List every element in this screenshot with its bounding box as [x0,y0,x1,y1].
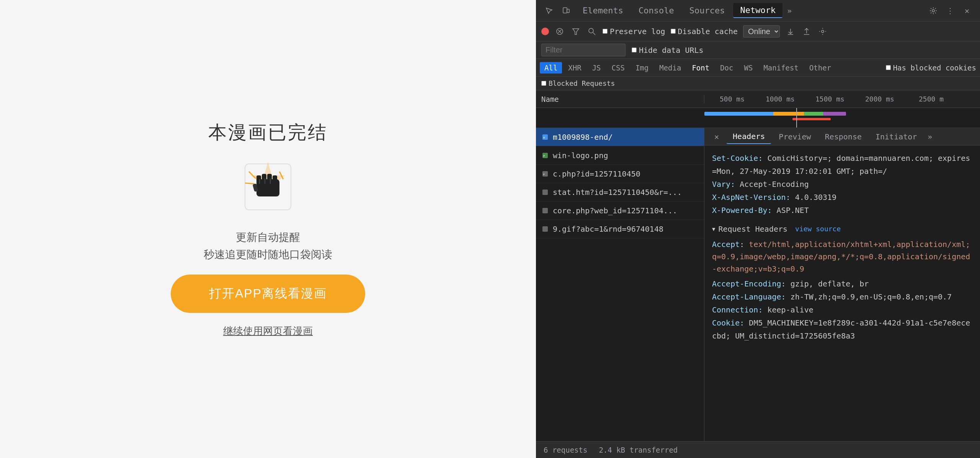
hide-data-urls-checkbox[interactable] [632,47,637,52]
svg-rect-4 [262,174,266,183]
tab-sources[interactable]: Sources [683,3,732,18]
type-tab-js[interactable]: JS [588,62,606,74]
network-item-4[interactable]: core.php?web_id=12571104... [536,201,704,220]
type-tab-xhr[interactable]: XHR [564,62,586,74]
network-list: H m1009898-end/ P win-logo.png P c.php?i… [536,128,704,441]
filter-input[interactable] [541,44,626,56]
requests-count: 6 requests [544,446,587,454]
close-devtools-icon[interactable]: ✕ [960,4,974,18]
svg-rect-3 [256,175,261,183]
tab-console[interactable]: Console [632,3,681,18]
view-source-link[interactable]: view source [795,224,841,235]
tick-1500: 1500 ms [815,95,844,103]
disable-cache-label[interactable]: Disable cache [671,27,738,36]
svg-line-8 [245,183,254,184]
detail-more-tabs[interactable]: » [924,131,935,143]
item-name-4: core.php?web_id=12571104... [553,206,677,215]
type-tab-img[interactable]: Img [631,62,653,74]
type-tab-font[interactable]: Font [687,62,714,74]
network-item-5[interactable]: 9.gif?abc=1&rnd=96740148 [536,220,704,238]
tab-network[interactable]: Network [733,3,782,18]
vary-header: Vary: Accept-Encoding [712,178,972,191]
devtools-toolbar: Elements Console Sources Network » ⋮ ✕ [536,0,980,21]
import-icon[interactable] [785,26,796,37]
detail-tab-initiator[interactable]: Initiator [869,130,923,144]
network-item-3[interactable]: stat.htm?id=1257110450&r=... [536,183,704,201]
close-detail-x[interactable]: ✕ [708,130,725,144]
type-tab-css[interactable]: CSS [607,62,629,74]
export-icon[interactable] [801,26,812,37]
svg-rect-33 [542,208,548,213]
file-icon-html: H [541,133,549,141]
section-chevron: ▼ [712,225,715,233]
throttle-select[interactable]: Online [743,25,780,38]
timeline-waterfall [536,108,980,128]
svg-rect-15 [567,9,569,13]
cursor-area: Cookie: DM5_MACHINEKEY=1e8f289c-a301-442… [712,316,972,342]
detail-tab-preview[interactable]: Preview [773,130,817,144]
svg-line-22 [593,33,595,35]
blocked-requests-checkbox[interactable] [541,81,546,86]
record-button[interactable] [541,28,549,35]
file-icon-php-3 [541,207,549,214]
page-title: 本漫画已完结 [208,120,328,145]
xpowered-header: X-Powered-By: ASP.NET [712,204,972,217]
network-item-1[interactable]: P win-logo.png [536,146,704,165]
more-tabs-btn[interactable]: » [784,5,795,17]
preserve-log-checkbox[interactable] [603,29,608,34]
has-blocked-cookies-checkbox[interactable] [886,65,891,70]
connection-header: Connection: keep-alive [712,303,972,316]
toolbar-right: ⋮ ✕ [926,4,974,18]
has-blocked-cookies-label[interactable]: Has blocked cookies [886,64,976,72]
webpage-panel: 本漫画已完结 更新自动提醒 秒速追更随时随 [0,0,536,458]
blocked-requests-label[interactable]: Blocked Requests [541,79,615,87]
detail-tab-headers[interactable]: Headers [727,129,771,144]
filter-icon[interactable] [570,26,581,37]
svg-point-21 [589,28,593,33]
detail-content: Set-Cookie: ComicHistory=; domain=mannua… [704,146,980,441]
open-app-button[interactable]: 打开APP离线看漫画 [171,275,365,313]
svg-text:H: H [543,136,545,139]
svg-rect-14 [563,8,567,13]
devtools-content: H m1009898-end/ P win-logo.png P c.php?i… [536,128,980,441]
network-item-0[interactable]: H m1009898-end/ [536,128,704,146]
more-options-icon[interactable]: ⋮ [943,4,957,18]
file-icon-img: P [541,152,549,159]
tick-2500: 2500 m [919,95,944,103]
blocked-requests-bar: Blocked Requests [536,77,980,90]
name-column-header: Name [536,95,704,103]
accept-encoding-header: Accept-Encoding: gzip, deflate, br [712,277,972,290]
tab-elements[interactable]: Elements [576,3,630,18]
svg-rect-6 [273,175,277,183]
type-tab-manifest[interactable]: Manifest [759,62,803,74]
item-name-2: c.php?id=1257110450 [553,169,640,178]
settings-icon[interactable] [926,4,940,18]
devtools-panel: Elements Console Sources Network » ⋮ ✕ [536,0,980,458]
clear-icon[interactable] [554,26,565,37]
type-tab-media[interactable]: Media [655,62,686,74]
response-headers-section: Set-Cookie: ComicHistory=; domain=mannua… [712,152,972,217]
detail-tab-response[interactable]: Response [819,130,868,144]
disable-cache-checkbox[interactable] [671,29,676,34]
network-item-2[interactable]: P c.php?id=1257110450 [536,165,704,183]
continue-web-link[interactable]: 继续使用网页看漫画 [223,324,313,338]
device-icon[interactable] [559,4,573,18]
type-tab-ws[interactable]: WS [740,62,758,74]
type-tab-other[interactable]: Other [805,62,836,74]
type-tab-doc[interactable]: Doc [715,62,738,74]
file-icon-php: P [541,170,549,178]
item-name-0: m1009898-end/ [553,132,613,142]
update-text: 更新自动提醒 秒速追更随时随地口袋阅读 [204,229,332,263]
type-filter-bar: All XHR JS CSS Img Media Font Doc WS Man… [536,59,980,77]
inspect-icon[interactable] [542,4,556,18]
timeline-header: Name 500 ms 1000 ms 1500 ms 2000 ms 2500… [536,90,980,108]
hide-data-urls-label[interactable]: Hide data URLs [632,46,704,55]
settings-network-icon[interactable] [817,26,828,37]
request-headers-section-title[interactable]: ▼ Request Headers view source [712,223,972,235]
svg-text:P: P [543,173,545,176]
preserve-log-label[interactable]: Preserve log [603,27,665,36]
type-tab-all[interactable]: All [540,62,562,74]
transferred-size: 2.4 kB transferred [599,446,678,454]
search-icon[interactable] [586,26,597,37]
tick-2000: 2000 ms [865,95,894,103]
